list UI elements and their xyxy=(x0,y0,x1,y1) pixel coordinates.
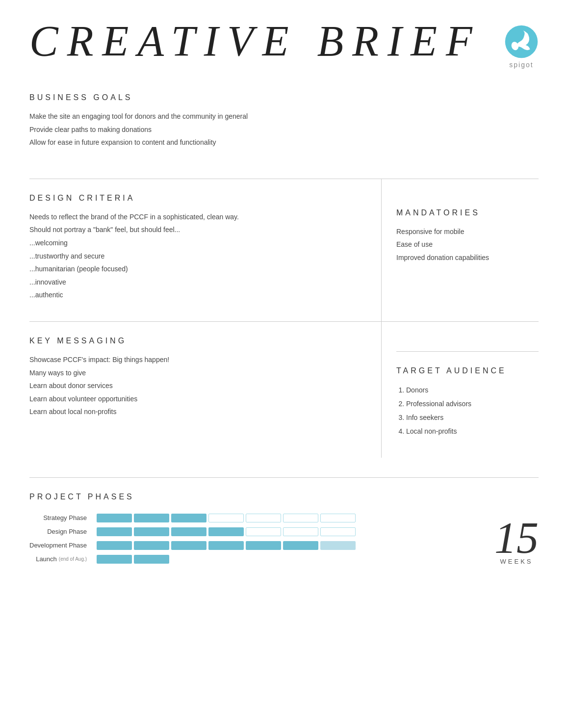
phase-label-design: Design Phase xyxy=(47,525,87,539)
gantt-row-design xyxy=(97,525,475,539)
weeks-number: 15 xyxy=(494,516,539,560)
phase-label-strategy: Strategy Phase xyxy=(43,511,87,525)
launch-note: (end of Aug.) xyxy=(59,556,87,562)
weeks-label: WEEKS xyxy=(500,558,533,565)
phases-content: Strategy Phase Design Phase Development … xyxy=(29,511,539,566)
design-criteria-content: Needs to reflect the brand of the PCCF i… xyxy=(29,210,366,302)
design-criteria-5: ...humanitarian (people focused) xyxy=(29,262,366,276)
design-criteria-6: ...innovative xyxy=(29,276,366,289)
gantt-block xyxy=(283,514,318,522)
mandatory-2: Ease of use xyxy=(396,238,539,251)
gantt-row-strategy xyxy=(97,511,475,525)
business-goals-section: BUSINESS GOALS Make the site an engaging… xyxy=(29,93,539,149)
key-message-4: Learn about volunteer opportunities xyxy=(29,392,366,406)
audience-4: Local non-profits xyxy=(406,424,539,438)
header: CREATIVE BRIEF spigot xyxy=(29,20,539,69)
audience-3: Info seekers xyxy=(406,411,539,424)
key-message-3: Learn about donor services xyxy=(29,379,366,392)
gantt-block xyxy=(208,514,244,522)
gantt-block xyxy=(246,527,281,536)
mandatories-col: MANDATORIES Responsive for mobile Ease o… xyxy=(382,179,539,321)
design-criteria-1: Needs to reflect the brand of the PCCF i… xyxy=(29,210,366,224)
project-phases-heading: PROJECT PHASES xyxy=(29,493,539,501)
design-criteria-7: ...authentic xyxy=(29,288,366,302)
gantt-row-development xyxy=(97,539,475,552)
gantt-block xyxy=(320,541,356,550)
phase-labels: Strategy Phase Design Phase Development … xyxy=(29,511,87,566)
design-criteria-col: DESIGN CRITERIA Needs to reflect the bra… xyxy=(29,179,382,321)
business-goal-3: Allow for ease in future expansion to co… xyxy=(29,136,539,149)
messaging-audience-row: KEY MESSAGING Showcase PCCF's impact: Bi… xyxy=(29,321,539,458)
gantt-block xyxy=(283,527,318,536)
key-messaging-heading: KEY MESSAGING xyxy=(29,337,366,345)
key-message-5: Learn about local non-profits xyxy=(29,405,366,418)
business-goals-heading: BUSINESS GOALS xyxy=(29,93,539,102)
gantt-block xyxy=(320,527,356,536)
target-audience-heading: TARGET AUDIENCE xyxy=(396,366,539,375)
weeks-display: 15 WEEKS xyxy=(494,516,539,565)
audience-2: Professional advisors xyxy=(406,397,539,411)
gantt-block xyxy=(246,514,281,522)
project-phases-section: PROJECT PHASES Strategy Phase Design Pha… xyxy=(29,477,539,566)
key-messaging-col: KEY MESSAGING Showcase PCCF's impact: Bi… xyxy=(29,322,382,458)
mandatories-section: MANDATORIES Responsive for mobile Ease o… xyxy=(396,194,539,264)
target-audience-col: TARGET AUDIENCE Donors Professional advi… xyxy=(382,322,539,458)
design-criteria-2: Should not portray a "bank" feel, but sh… xyxy=(29,223,366,236)
design-mandatories-row: DESIGN CRITERIA Needs to reflect the bra… xyxy=(29,179,539,321)
design-criteria-3: ...welcoming xyxy=(29,236,366,250)
gantt-block xyxy=(283,541,318,550)
key-message-1: Showcase PCCF's impact: Big things happe… xyxy=(29,353,366,366)
gantt-block xyxy=(97,541,132,550)
gantt-block xyxy=(134,541,169,550)
gantt-block xyxy=(171,527,207,536)
gantt-block xyxy=(171,514,207,522)
gantt-block xyxy=(208,527,244,536)
phase-label-development: Development Phase xyxy=(29,539,87,552)
mandatory-1: Responsive for mobile xyxy=(396,225,539,238)
business-goal-1: Make the site an engaging tool for donor… xyxy=(29,110,539,123)
gantt-chart xyxy=(97,511,475,566)
target-audience-list: Donors Professional advisors Info seeker… xyxy=(396,383,539,438)
audience-1: Donors xyxy=(406,383,539,397)
gantt-block xyxy=(134,527,169,536)
spigot-logo-icon xyxy=(504,25,539,59)
gantt-block xyxy=(208,541,244,550)
mandatory-3: Improved donation capabilities xyxy=(396,251,539,264)
key-message-2: Many ways to give xyxy=(29,366,366,380)
mandatories-heading: MANDATORIES xyxy=(396,208,539,217)
business-goals-content: Make the site an engaging tool for donor… xyxy=(29,110,539,149)
design-criteria-4: ...trustworthy and secure xyxy=(29,250,366,263)
gantt-block xyxy=(320,514,356,522)
logo-area: spigot xyxy=(504,25,539,69)
gantt-block xyxy=(246,541,281,550)
page-title: CREATIVE BRIEF xyxy=(29,20,481,63)
business-goal-2: Provide clear paths to making donations xyxy=(29,123,539,136)
logo-text: spigot xyxy=(509,61,533,69)
gantt-block xyxy=(97,514,132,522)
gantt-block xyxy=(134,555,169,564)
key-messaging-content: Showcase PCCF's impact: Big things happe… xyxy=(29,353,366,418)
gantt-block xyxy=(171,541,207,550)
target-audience-section: TARGET AUDIENCE Donors Professional advi… xyxy=(396,351,539,438)
design-criteria-heading: DESIGN CRITERIA xyxy=(29,194,366,203)
gantt-row-launch xyxy=(97,552,475,566)
phase-label-launch: Launch (end of Aug.) xyxy=(36,552,87,566)
gantt-block xyxy=(97,527,132,536)
gantt-block xyxy=(134,514,169,522)
gantt-block xyxy=(97,555,132,564)
mandatories-content: Responsive for mobile Ease of use Improv… xyxy=(396,225,539,264)
